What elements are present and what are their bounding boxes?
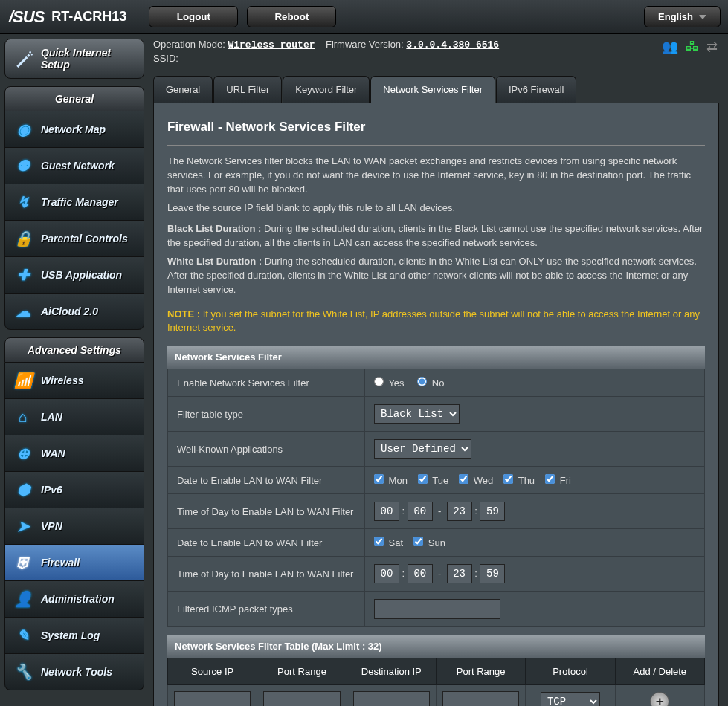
- sidebar-item-network-tools[interactable]: 🔧Network Tools: [4, 654, 144, 690]
- chevron-down-icon: [699, 15, 706, 19]
- sidebar-item-ipv6[interactable]: ⬢IPv6: [4, 472, 144, 508]
- time1-m2[interactable]: [480, 502, 505, 521]
- time2-m2[interactable]: [480, 564, 505, 583]
- wka-label: Well-Known Applications: [168, 432, 365, 467]
- time1-h1[interactable]: [374, 502, 399, 521]
- svg-point-0: [29, 51, 31, 54]
- day-wed[interactable]: Wed: [459, 475, 493, 486]
- tab-keyword-filter[interactable]: Keyword Filter: [283, 76, 370, 103]
- nav-icon: ⚉: [14, 157, 32, 175]
- logout-button[interactable]: Logout: [149, 6, 238, 27]
- qis-label: Quick Internet Setup: [41, 47, 135, 71]
- day-thu[interactable]: Thu: [503, 475, 535, 486]
- fw-version-link[interactable]: 3.0.0.4.380_6516: [406, 39, 499, 51]
- nav-icon: ✚: [14, 266, 32, 284]
- day-tue[interactable]: Tue: [418, 475, 448, 486]
- wka-select[interactable]: User Defined: [374, 439, 471, 459]
- day-mon[interactable]: Mon: [374, 475, 408, 486]
- sidebar-item-guest-network[interactable]: ⚉Guest Network: [4, 148, 144, 184]
- enable-yes-radio[interactable]: [374, 377, 384, 386]
- nav-label: LAN: [41, 411, 62, 423]
- day-sat-checkbox[interactable]: [374, 537, 384, 546]
- op-mode-link[interactable]: Wireless router: [228, 39, 315, 51]
- svg-point-1: [31, 54, 33, 56]
- sidebar-item-firewall[interactable]: ⛨Firewall: [4, 545, 144, 581]
- add-row-button[interactable]: +: [650, 692, 669, 706]
- nav-label: Network Tools: [41, 666, 112, 678]
- sidebar-item-lan[interactable]: ⌂LAN: [4, 399, 144, 435]
- nav-icon: ⛨: [14, 554, 32, 571]
- nav-icon: ◉: [14, 120, 32, 138]
- nav-label: IPv6: [41, 484, 62, 496]
- port-range-src-input[interactable]: [263, 691, 340, 706]
- day-wed-checkbox[interactable]: [459, 474, 468, 484]
- quick-internet-setup-button[interactable]: Quick Internet Setup: [4, 39, 144, 79]
- sidebar-item-usb-application[interactable]: ✚USB Application: [4, 257, 144, 294]
- desc-1: The Network Services filter blocks the L…: [167, 155, 705, 197]
- nav-icon: ✎: [14, 626, 32, 644]
- nav-label: Wireless: [41, 375, 83, 386]
- filter-type-select[interactable]: Black ListWhite List: [374, 404, 460, 424]
- sidebar-item-parental-controls[interactable]: 🔒Parental Controls: [4, 221, 144, 257]
- sidebar-item-network-map[interactable]: ◉Network Map: [4, 111, 144, 148]
- nav-label: Guest Network: [41, 160, 115, 172]
- enable-no-radio[interactable]: [417, 377, 427, 386]
- protocol-select[interactable]: TCPUDP: [541, 692, 600, 706]
- tab-ipv6-firewall[interactable]: IPv6 Firewall: [496, 76, 576, 103]
- source-ip-input[interactable]: [174, 691, 251, 706]
- nav-label: WAN: [41, 447, 65, 459]
- nav-icon: 📶: [14, 372, 32, 389]
- wl-label: White List Duration :: [167, 256, 265, 267]
- yes-text: Yes: [388, 378, 404, 389]
- enable-label: Enable Network Services Filter: [168, 369, 365, 397]
- time1-m1[interactable]: [408, 502, 433, 521]
- filter-type-label: Filter table type: [168, 397, 365, 432]
- sidebar-item-wan[interactable]: ⊕WAN: [4, 435, 144, 472]
- day-sat[interactable]: Sat: [374, 537, 403, 548]
- users-icon[interactable]: 👥: [662, 39, 678, 55]
- no-text: No: [432, 378, 445, 389]
- time2-m1[interactable]: [408, 564, 433, 583]
- tab-network-services-filter[interactable]: Network Services Filter: [370, 76, 495, 103]
- dest-ip-input[interactable]: [353, 691, 430, 706]
- language-selector[interactable]: English: [644, 6, 721, 27]
- icmp-label: Filtered ICMP packet types: [168, 592, 365, 627]
- day-sun[interactable]: Sun: [413, 537, 445, 548]
- ssid-label: SSID:: [153, 53, 178, 64]
- tab-general[interactable]: General: [153, 76, 213, 103]
- time1-h2[interactable]: [447, 502, 472, 521]
- day-thu-checkbox[interactable]: [503, 474, 513, 484]
- tab-url-filter[interactable]: URL Filter: [213, 76, 282, 103]
- sidebar-item-aicloud-2-0[interactable]: ☁AiCloud 2.0: [4, 294, 144, 330]
- nav-label: Traffic Manager: [41, 196, 118, 208]
- day-fri[interactable]: Fri: [545, 475, 571, 486]
- day-fri-checkbox[interactable]: [545, 474, 555, 484]
- nav-icon: ↯: [14, 193, 32, 211]
- nav-icon: ☁: [14, 302, 32, 320]
- port-range-dst-input[interactable]: [442, 691, 519, 706]
- time2-h2[interactable]: [447, 564, 472, 583]
- sidebar-item-wireless[interactable]: 📶Wireless: [4, 363, 144, 399]
- nav-label: Parental Controls: [41, 233, 128, 244]
- enable-yes-option[interactable]: Yes: [374, 378, 405, 389]
- icmp-input[interactable]: [374, 599, 500, 619]
- col-port-range: Port Range: [257, 658, 347, 685]
- sidebar-item-system-log[interactable]: ✎System Log: [4, 618, 144, 654]
- network-status-icon[interactable]: 🖧: [686, 39, 699, 55]
- day-mon-checkbox[interactable]: [374, 474, 384, 484]
- col-protocol: Protocol: [526, 658, 615, 685]
- sidebar-item-vpn[interactable]: ➤VPN: [4, 508, 144, 545]
- wand-icon: [14, 49, 33, 68]
- model-name: RT-ACRH13: [51, 9, 126, 25]
- sidebar-item-traffic-manager[interactable]: ↯Traffic Manager: [4, 184, 144, 221]
- sidebar-item-administration[interactable]: 👤Administration: [4, 581, 144, 618]
- nav-label: System Log: [41, 629, 100, 641]
- usb-icon[interactable]: ⇄: [706, 39, 718, 55]
- nav-label: VPN: [41, 520, 62, 532]
- language-label: English: [658, 11, 693, 22]
- day-sun-checkbox[interactable]: [413, 537, 423, 546]
- day-tue-checkbox[interactable]: [418, 474, 428, 484]
- time2-h1[interactable]: [374, 564, 399, 583]
- reboot-button[interactable]: Reboot: [247, 6, 336, 27]
- enable-no-option[interactable]: No: [417, 378, 444, 389]
